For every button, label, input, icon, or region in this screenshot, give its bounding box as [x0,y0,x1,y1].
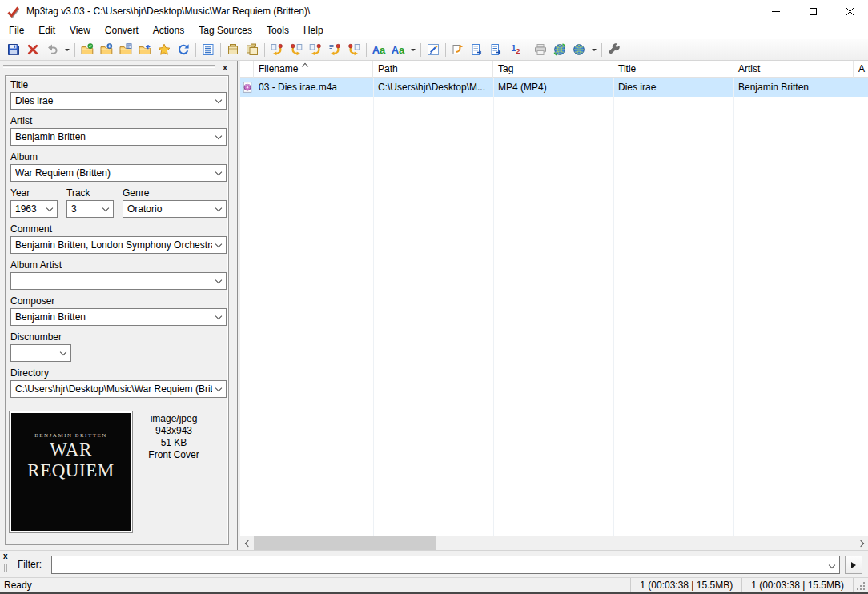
convert-textfile-tag-button[interactable] [325,41,344,59]
panel-splitter[interactable] [237,61,238,550]
minimize-icon [772,11,780,12]
menu-convert[interactable]: Convert [98,22,146,39]
autonumbering-wizard-button[interactable]: 12 [506,41,525,59]
menu-view[interactable]: View [62,22,98,39]
extended-tags-button[interactable] [199,41,218,59]
filter-field[interactable] [51,556,840,574]
options-button[interactable] [605,41,624,59]
table-row-selected[interactable]: 03 - Dies irae.m4a C:\Users\hjr\Desktop\… [240,78,868,97]
convert-tag-tag-button[interactable] [344,41,364,59]
column-header-album[interactable]: A [854,61,868,78]
composer-input[interactable] [11,309,226,325]
scroll-right-button[interactable] [854,536,868,550]
menubar: File Edit View Convert Actions Tag Sourc… [0,22,868,39]
cover-mime-type: image/jpeg [132,413,215,425]
menu-actions[interactable]: Actions [146,22,191,39]
refresh-button[interactable] [174,41,193,59]
favorites-star-icon [158,43,171,56]
menu-file[interactable]: File [2,22,31,39]
close-button[interactable] [831,0,868,22]
album-artist-input[interactable] [11,273,226,289]
comment-field[interactable] [10,236,227,254]
toolbar-separator [195,43,196,57]
directory-input[interactable] [11,381,226,397]
remove-tag-icon [26,43,39,56]
add-directory-button[interactable] [97,41,116,59]
convert-textfile-tag-icon [328,43,341,56]
artist-field[interactable] [10,128,227,146]
cover-art[interactable]: BENJAMIN BRITTEN WAR REQUIEM [9,411,133,533]
save-icon [7,43,20,56]
recent-directories-icon [119,43,132,56]
menu-edit[interactable]: Edit [31,22,62,39]
maximize-button[interactable] [794,0,831,22]
title-field[interactable] [10,92,227,110]
column-header-title[interactable]: Title [613,61,733,78]
save-button[interactable] [4,41,23,59]
convert-tag-filename-button[interactable] [267,41,287,59]
column-header-path[interactable]: Path [373,61,493,78]
menu-tag-sources[interactable]: Tag Sources [191,22,259,39]
genre-input[interactable] [123,201,226,217]
album-artist-field[interactable] [10,272,227,290]
column-header-tag[interactable]: Tag [493,61,613,78]
close-icon [846,7,854,16]
remove-tag-button[interactable] [23,41,42,59]
menu-tools[interactable]: Tools [259,22,296,39]
web-source-button[interactable] [550,41,569,59]
album-field[interactable] [10,164,227,182]
genre-field[interactable] [123,200,227,218]
dropdown-caret-icon [592,49,597,54]
column-header-icon[interactable] [240,61,254,78]
case-conversion-menu-button[interactable]: Aa [388,41,408,59]
playlist-button[interactable] [468,41,487,59]
parent-directory-button[interactable] [135,41,155,59]
filter-close-button[interactable]: x [3,552,8,561]
panel-grabber-handle[interactable] [3,65,215,68]
scroll-left-button[interactable] [240,536,254,550]
album-input[interactable] [11,165,226,181]
tag-panel-close-button[interactable]: x [219,62,231,73]
filter-grip-handle[interactable] [4,564,7,572]
case-conversion-button[interactable]: Aa [369,41,388,59]
horizontal-scrollbar[interactable] [240,536,868,550]
column-header-artist[interactable]: Artist [733,61,854,78]
composer-field[interactable] [10,308,227,326]
minimize-button[interactable] [757,0,794,22]
web-sources-menu-button[interactable] [569,41,589,59]
parent-directory-icon [139,43,151,56]
paste-tag-button[interactable] [243,41,262,59]
comment-input[interactable] [11,237,226,253]
recent-directories-button[interactable] [116,41,135,59]
undo-icon [46,43,58,56]
filter-apply-button[interactable] [845,556,862,574]
scroll-left-icon [244,540,251,546]
export-button[interactable] [448,41,468,59]
title-input[interactable] [11,93,226,109]
favorite-directories-button[interactable] [155,41,174,59]
paste-tag-icon [246,43,259,56]
web-sources-caret-button[interactable] [589,41,599,59]
directory-field[interactable] [10,380,227,398]
resize-grip[interactable] [857,581,866,590]
toolbar-separator [528,43,528,57]
track-field[interactable] [66,200,114,218]
artist-input[interactable] [11,129,226,145]
undo-menu-button[interactable] [62,41,72,59]
scrollbar-thumb[interactable] [254,536,436,550]
audio-file-icon [242,82,253,93]
menu-help[interactable]: Help [296,22,331,39]
toolbar: Aa Aa [0,39,868,61]
undo-button[interactable] [42,41,62,59]
playlist-selected-button[interactable] [487,41,506,59]
year-field[interactable] [10,200,58,218]
discnumber-field[interactable] [10,344,71,362]
copy-tag-button[interactable] [223,41,243,59]
convert-filename-filename-button[interactable] [306,41,325,59]
column-header-filename[interactable]: Filename [254,61,373,78]
convert-filename-tag-button[interactable] [287,41,306,59]
change-directory-button[interactable] [78,41,97,59]
filter-input[interactable] [52,556,839,573]
actions-button[interactable] [424,41,443,59]
case-conversion-caret-button[interactable] [408,41,418,59]
